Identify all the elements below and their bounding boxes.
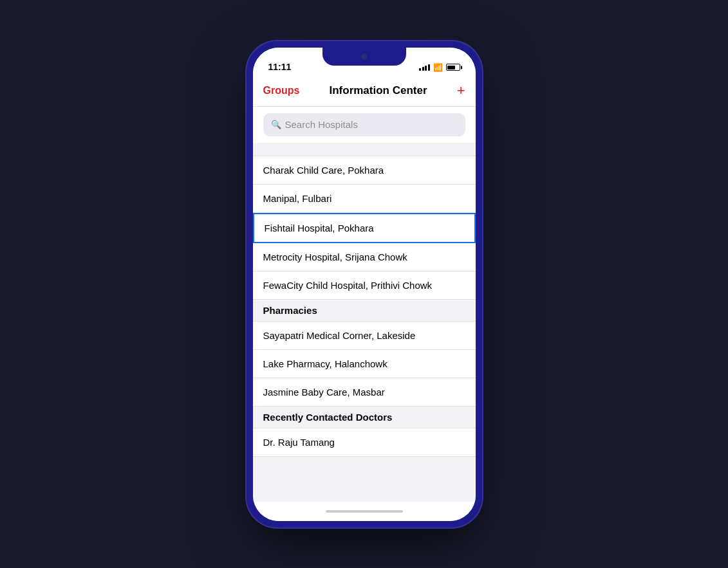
doctors-section: Recently Contacted Doctors Dr. Raju Tama… xyxy=(253,407,476,457)
pharmacies-section: Pharmacies Sayapatri Medical Corner, Lak… xyxy=(253,300,476,407)
list-item[interactable]: Sayapatri Medical Corner, Lakeside xyxy=(253,322,476,350)
signal-icon xyxy=(419,64,430,71)
status-time: 11:11 xyxy=(268,62,292,72)
list-item[interactable]: FewaCity Child Hospital, Prithivi Chowk xyxy=(253,271,476,300)
navigation-bar: Groups Information Center + xyxy=(253,76,476,107)
list-item-selected[interactable]: Fishtail Hospital, Pokhara xyxy=(253,213,476,243)
hospitals-section: Charak Child Care, Pokhara Manipal, Fulb… xyxy=(253,156,476,300)
page-title: Information Center xyxy=(329,84,427,97)
search-bar[interactable]: 🔍 Search Hospitals xyxy=(263,113,465,136)
pharmacies-section-header: Pharmacies xyxy=(253,300,476,322)
search-icon: 🔍 xyxy=(271,120,281,129)
list-item[interactable]: Lake Pharmacy, Halanchowk xyxy=(253,350,476,378)
wifi-icon: 📶 xyxy=(433,63,443,72)
phone-notch xyxy=(322,48,406,66)
battery-icon xyxy=(446,64,460,71)
list-item[interactable]: Manipal, Fulbari xyxy=(253,185,476,213)
search-container: 🔍 Search Hospitals xyxy=(253,107,476,143)
phone-device: 11:11 📶 Groups Information Center + xyxy=(245,40,483,529)
search-input[interactable]: Search Hospitals xyxy=(285,119,358,130)
list-item[interactable]: Charak Child Care, Pokhara xyxy=(253,156,476,185)
back-button[interactable]: Groups xyxy=(263,85,300,96)
list-content: Charak Child Care, Pokhara Manipal, Fulb… xyxy=(253,143,476,502)
doctors-section-header: Recently Contacted Doctors xyxy=(253,407,476,428)
add-button[interactable]: + xyxy=(457,84,465,98)
phone-screen: 11:11 📶 Groups Information Center + xyxy=(253,48,476,521)
status-icons: 📶 xyxy=(419,63,460,72)
home-indicator xyxy=(253,502,476,521)
front-camera xyxy=(361,53,368,60)
list-item[interactable]: Metrocity Hospital, Srijana Chowk xyxy=(253,243,476,271)
home-bar xyxy=(326,510,403,513)
list-item[interactable]: Jasmine Baby Care, Masbar xyxy=(253,378,476,407)
list-item[interactable]: Dr. Raju Tamang xyxy=(253,428,476,457)
hospitals-spacer xyxy=(253,143,476,156)
